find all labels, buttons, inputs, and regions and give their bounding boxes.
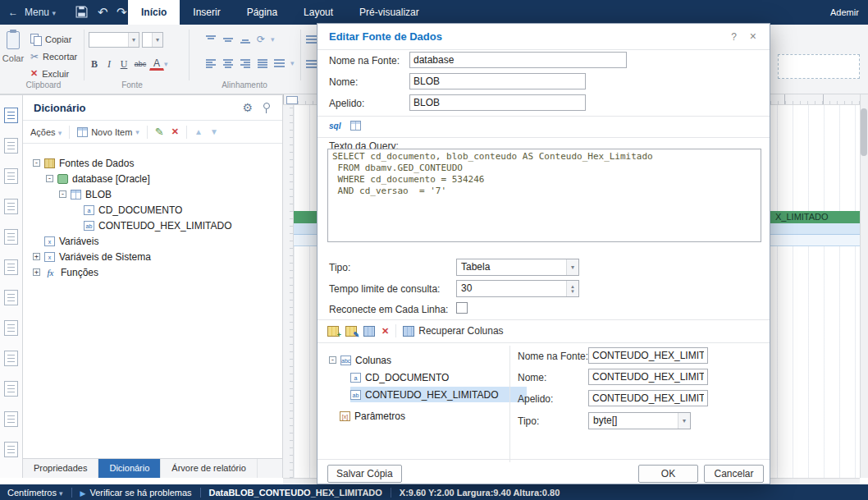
dock-icon[interactable] xyxy=(4,351,18,366)
fill-color-icon[interactable] xyxy=(306,60,317,69)
column-type-select[interactable]: byte[]▾ xyxy=(588,412,691,429)
dock-icon[interactable] xyxy=(4,229,18,245)
font-name-combo[interactable]: ▾ xyxy=(89,32,139,48)
collapse-icon[interactable]: - xyxy=(46,175,53,182)
expand-icon[interactable]: + xyxy=(33,268,40,276)
align-top-icon[interactable] xyxy=(205,34,217,44)
sql-view-icon[interactable]: sql xyxy=(329,122,340,131)
chevron-down-icon[interactable]: ▾ xyxy=(164,60,168,68)
line-spacing-icon[interactable] xyxy=(274,59,285,68)
new-column-icon[interactable]: + xyxy=(327,326,339,337)
tree-item-database-oracle[interactable]: - database [Oracle] xyxy=(23,171,282,186)
dock-icon[interactable] xyxy=(4,199,18,214)
delete-icon[interactable]: ✕ xyxy=(171,126,179,137)
chevron-down-icon[interactable]: ▾ xyxy=(290,59,295,67)
units-select[interactable]: Centímetros ▾ xyxy=(7,488,63,498)
collapse-icon[interactable]: - xyxy=(329,356,336,364)
font-color-button[interactable]: A xyxy=(149,57,164,71)
collapse-icon[interactable]: - xyxy=(33,159,40,167)
vertical-scrollbar-thumb[interactable] xyxy=(861,108,867,156)
tree-item-conteudo-hex-limitado-selected[interactable]: ab CONTEUDO_HEX_LIMITADO xyxy=(350,387,527,402)
delete-button[interactable]: ✕Excluir xyxy=(28,65,80,82)
user-name[interactable]: Ademir te xyxy=(830,0,868,25)
retrieve-columns-button[interactable]: Recuperar Colunas xyxy=(403,325,503,337)
move-down-icon[interactable]: ▼ xyxy=(210,127,218,136)
align-middle-icon[interactable] xyxy=(222,34,234,44)
tab-dicionario[interactable]: Dicionário xyxy=(98,459,161,478)
redo-icon[interactable]: ↷ xyxy=(116,0,127,25)
gear-icon[interactable]: ⚙ xyxy=(242,101,253,114)
tab-propriedades[interactable]: Propriedades xyxy=(23,459,98,478)
column-alias-input[interactable] xyxy=(588,390,708,406)
reconnect-checkbox[interactable] xyxy=(456,302,468,314)
ok-button[interactable]: OK xyxy=(638,465,698,483)
align-left-icon[interactable] xyxy=(205,58,217,68)
dock-icon[interactable] xyxy=(4,381,18,397)
dock-icon[interactable] xyxy=(4,320,18,336)
dock-icon[interactable] xyxy=(4,108,18,123)
pin-icon[interactable] xyxy=(262,103,270,113)
name-in-source-input[interactable] xyxy=(409,52,627,68)
timeout-input[interactable]: 30▲▼ xyxy=(456,280,579,297)
align-justify-icon[interactable] xyxy=(257,58,268,68)
tree-item-cd-documento[interactable]: a CD_DOCUMENTO xyxy=(350,369,449,385)
save-copy-button[interactable]: Salvar Cópia xyxy=(327,465,402,483)
font-size-combo[interactable]: ▾ xyxy=(142,32,163,48)
tab-inserir[interactable]: Inserir xyxy=(180,0,233,25)
type-select[interactable]: Tabela▾ xyxy=(456,259,579,276)
save-icon[interactable] xyxy=(75,6,88,19)
tree-item-cd-documento[interactable]: a CD_DOCUMENTO xyxy=(23,202,282,218)
italic-button[interactable]: I xyxy=(102,56,116,71)
align-center-icon[interactable] xyxy=(222,58,234,68)
edit-icon[interactable]: ✎ xyxy=(155,126,164,138)
help-icon[interactable]: ? xyxy=(731,31,737,43)
tree-item-variaveis-de-sistema[interactable]: + x Variáveis de Sistema xyxy=(23,249,282,264)
new-calculated-column-icon[interactable]: ✎ xyxy=(345,326,357,337)
strikethrough-button[interactable]: abc xyxy=(131,56,149,71)
name-input[interactable] xyxy=(409,73,586,89)
dock-icon[interactable] xyxy=(4,411,18,427)
empty-band-placeholder[interactable] xyxy=(778,54,860,79)
align-right-icon[interactable] xyxy=(240,58,251,68)
tab-layout[interactable]: Layout xyxy=(290,0,346,25)
undo-icon[interactable]: ↶ xyxy=(98,0,108,25)
dock-icon[interactable] xyxy=(4,168,18,184)
actions-button[interactable]: Ações ▾ xyxy=(30,127,62,137)
query-textarea[interactable]: SELECT cd_documento, blob_conteudo AS Co… xyxy=(327,149,761,242)
edit-column-icon[interactable] xyxy=(363,326,375,337)
expand-icon[interactable]: + xyxy=(33,253,40,260)
menu-button[interactable]: Menu ▾ xyxy=(25,0,56,25)
tree-item-blob[interactable]: - BLOB xyxy=(23,186,282,202)
back-icon[interactable]: ← xyxy=(8,0,18,25)
tree-item-fontes-de-dados[interactable]: - Fontes de Dados xyxy=(23,155,282,171)
tree-item-variaveis[interactable]: x Variáveis xyxy=(23,233,282,249)
tab-previsualizar[interactable]: Pré-visualizar xyxy=(346,0,432,25)
column-name-input[interactable] xyxy=(588,369,708,385)
close-icon[interactable]: × xyxy=(750,30,756,43)
bold-button[interactable]: B xyxy=(87,56,102,71)
tab-inicio[interactable]: Início xyxy=(128,0,180,25)
text-rotation-icon[interactable]: ⟳ xyxy=(257,34,265,45)
check-problems-button[interactable]: ▶Verificar se há problemas xyxy=(80,488,192,498)
dock-icon[interactable] xyxy=(4,259,18,275)
alias-input[interactable] xyxy=(409,94,586,111)
borders-icon[interactable] xyxy=(306,35,317,44)
align-bottom-icon[interactable] xyxy=(240,34,251,44)
new-item-button[interactable]: Novo Item ▾ xyxy=(77,127,139,137)
cut-button[interactable]: ✂Recortar xyxy=(28,48,80,65)
tree-item-funcoes[interactable]: + fx Funções xyxy=(23,264,282,280)
spinner-icons[interactable]: ▲▼ xyxy=(566,281,578,296)
tab-arvore-de-relatorio[interactable]: Árvore de relatório xyxy=(161,459,258,478)
cancel-button[interactable]: Cancelar xyxy=(704,465,764,483)
dock-icon[interactable] xyxy=(4,442,18,457)
tree-item-parametros[interactable]: [x] Parâmetros xyxy=(340,408,405,424)
copy-button[interactable]: Copiar xyxy=(28,30,80,48)
chevron-down-icon[interactable]: ▾ xyxy=(271,35,275,44)
move-up-icon[interactable]: ▲ xyxy=(194,127,203,136)
paste-button[interactable]: Colar xyxy=(2,31,25,63)
delete-column-icon[interactable]: ✕ xyxy=(381,326,389,337)
tree-item-colunas[interactable]: - abc Colunas xyxy=(329,352,391,368)
tab-pagina[interactable]: Página xyxy=(234,0,290,25)
underline-button[interactable]: U xyxy=(116,56,131,71)
collapse-icon[interactable]: - xyxy=(59,190,66,198)
